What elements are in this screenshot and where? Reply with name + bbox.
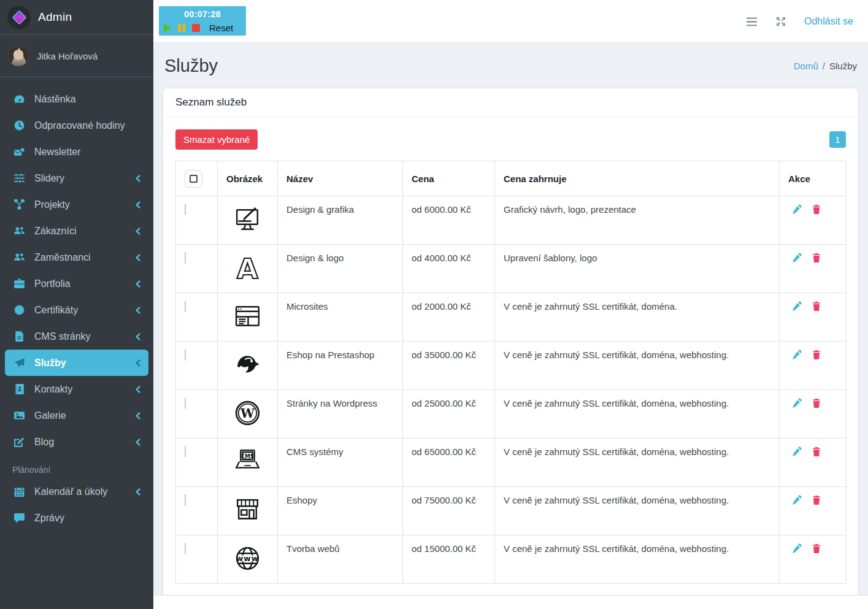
sidebar-item-zpravy[interactable]: Zprávy [5, 505, 148, 531]
globe-www-icon: www [232, 565, 263, 575]
service-image-cell: W [218, 390, 278, 439]
paper-plane-icon [12, 357, 26, 369]
service-price: od 75000.00 Kč [403, 487, 495, 535]
sidebar-item-projekty[interactable]: Projekty [5, 191, 148, 218]
reset-button[interactable]: Reset [209, 23, 233, 33]
hamburger-menu-button[interactable] [746, 17, 758, 26]
sidebar-item-label: Galerie [34, 410, 126, 421]
sidebar-item-portfolia[interactable]: Portfolia [5, 270, 148, 297]
table-row: Design & grafika od 6000.00 Kč Grafický … [176, 196, 847, 245]
delete-button[interactable] [812, 543, 821, 553]
svg-text:W: W [240, 406, 255, 421]
sidebar-item-kontakty[interactable]: Kontakty [5, 376, 148, 402]
brand-logo-icon [8, 6, 30, 28]
logout-link[interactable]: Odhlásit se [804, 16, 853, 27]
delete-button[interactable] [812, 301, 821, 311]
sliders-icon [12, 172, 26, 184]
sidebar-item-blog[interactable]: Blog [5, 429, 148, 455]
row-checkbox[interactable] [185, 446, 186, 458]
services-card: Seznam služeb Smazat vybrané 1 [163, 88, 858, 595]
blog-pen-icon [12, 436, 26, 448]
user-panel[interactable]: Jitka Hořavová [0, 35, 153, 77]
edit-button[interactable] [792, 253, 802, 262]
row-checkbox[interactable] [185, 252, 186, 264]
row-checkbox[interactable] [185, 494, 186, 506]
service-includes: V ceně je zahrnutý SSL certifikát, domén… [495, 293, 780, 342]
column-header-cena: Cena [403, 161, 495, 196]
row-checkbox[interactable] [185, 397, 186, 409]
delete-button[interactable] [812, 350, 821, 359]
service-name: Design & grafika [278, 196, 403, 245]
breadcrumb-home-link[interactable]: Domů [794, 61, 818, 71]
sidebar-item-newsletter[interactable]: Newsletter [5, 139, 148, 165]
sidebar-item-zamestnanci[interactable]: Zaměstnanci [5, 244, 148, 270]
edit-button[interactable] [792, 301, 802, 311]
sidebar-item-cms-stranky[interactable]: CMS stránky [5, 323, 148, 350]
chevron-left-icon [135, 412, 141, 419]
chevron-left-icon [135, 359, 141, 367]
sidebar-item-label: Slidery [34, 173, 126, 184]
prestashop-icon [232, 371, 263, 381]
stop-button[interactable] [192, 24, 200, 32]
service-includes: V ceně je zahrnutý SSL certifikát, domén… [495, 487, 780, 535]
sidebar-item-sluzby[interactable]: Služby [5, 350, 148, 376]
table-row: Eshopy od 75000.00 Kč V ceně je zahrnutý… [176, 487, 847, 535]
service-includes: V ceně je zahrnutý SSL certifikát, domén… [495, 390, 780, 439]
navbar-right: Odhlásit se [746, 0, 853, 43]
sidebar-item-galerie[interactable]: Galerie [5, 402, 148, 429]
svg-text:A: A [237, 253, 258, 283]
select-all-checkbox[interactable] [185, 170, 202, 188]
sidebar-item-certifikaty[interactable]: Certifikáty [5, 297, 148, 323]
table-row: www Tvorba webů od 15000.00 Kč V ceně je… [176, 535, 847, 584]
brand[interactable]: Admin [0, 0, 153, 35]
pause-button[interactable] [178, 24, 185, 32]
svg-text:www: www [236, 554, 259, 563]
newsletter-icon [12, 146, 26, 158]
delete-button[interactable] [812, 204, 821, 214]
service-image-cell [218, 196, 278, 245]
sidebar-item-nastenka[interactable]: Nástěnka [5, 86, 148, 112]
sidebar-item-kalendar-a-ukoly[interactable]: Kalendář a úkoly [5, 478, 148, 505]
row-checkbox[interactable] [185, 543, 186, 554]
table-row: W Stránky na Wordpress od 25000.00 Kč V … [176, 390, 847, 439]
service-name: Stránky na Wordpress [278, 390, 403, 439]
breadcrumb-current: Služby [829, 61, 857, 71]
service-price: od 4000.00 Kč [403, 245, 495, 293]
edit-button[interactable] [792, 398, 802, 408]
edit-button[interactable] [792, 446, 802, 456]
delete-button[interactable] [812, 446, 821, 456]
page-title: Služby [164, 56, 218, 76]
pagination-page-1[interactable]: 1 [829, 131, 846, 148]
design-logo-icon: A [232, 274, 263, 285]
edit-button[interactable] [792, 350, 802, 359]
service-image-cell [218, 487, 278, 535]
design-grafika-icon [232, 226, 263, 236]
delete-button[interactable] [812, 398, 821, 408]
service-name: Eshopy [278, 487, 403, 535]
service-includes: V ceně je zahrnutý SSL certifikát, domén… [495, 342, 780, 390]
sidebar-item-zakaznici[interactable]: Zákazníci [5, 218, 148, 244]
play-button[interactable] [164, 24, 171, 33]
row-checkbox[interactable] [185, 204, 186, 215]
row-checkbox[interactable] [185, 349, 186, 361]
user-name: Jitka Hořavová [37, 51, 98, 61]
sidebar-item-odpracovane-hodiny[interactable]: Odpracované hodiny [5, 112, 148, 139]
sidebar-item-label: Nástěnka [34, 94, 141, 105]
fullscreen-button[interactable] [775, 16, 786, 27]
row-checkbox[interactable] [185, 301, 186, 312]
delete-button[interactable] [812, 495, 821, 505]
breadcrumb-separator: / [823, 61, 825, 71]
microsites-icon [232, 323, 263, 333]
service-name: CMS systémy [278, 439, 403, 487]
edit-button[interactable] [792, 543, 802, 553]
content-header: Služby Domů / Služby [163, 52, 858, 88]
service-name: Tvorba webů [278, 535, 403, 584]
delete-button[interactable] [812, 253, 821, 262]
edit-button[interactable] [792, 495, 802, 505]
edit-button[interactable] [792, 204, 802, 214]
sidebar-item-slidery[interactable]: Slidery [5, 165, 148, 191]
service-price: od 35000.00 Kč [403, 342, 495, 390]
table-row: CMS CMS systémy od 65000.00 Kč V ceně je… [176, 439, 847, 487]
sidebar-item-label: Kontakty [34, 384, 126, 395]
delete-selected-button[interactable]: Smazat vybrané [175, 129, 258, 150]
